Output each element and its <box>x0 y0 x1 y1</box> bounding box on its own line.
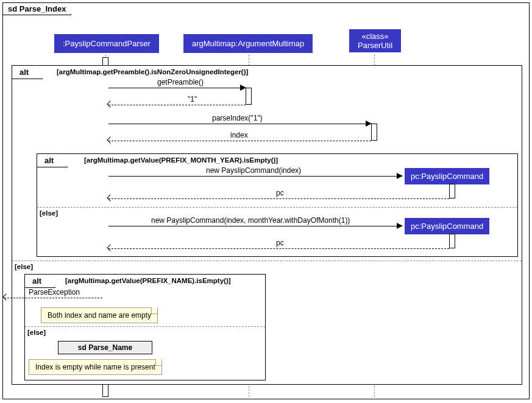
participant-util-stereotype: «class» <box>358 32 392 41</box>
message-pc2-return-label: pc <box>276 239 284 247</box>
message-pc2-return: pc <box>108 248 449 249</box>
participant-pc1: pc:PayslipCommand <box>405 168 489 184</box>
participant-util-name: ParserUtil <box>358 41 392 50</box>
message-pc1-return: pc <box>108 198 449 199</box>
message-new-pc2-label: new PayslipCommand(index, monthYear.with… <box>151 216 350 225</box>
activation-multimap-1 <box>246 88 252 105</box>
alt-guard-inner: [argMultimap.getValue(PREFIX_MONTH_YEAR)… <box>84 156 278 164</box>
else-name: [else] <box>27 329 46 336</box>
participant-multimap: argMultimap:ArgumentMultimap <box>183 34 313 53</box>
alt-label-outer: alt <box>12 65 43 79</box>
message-pc1-return-label: pc <box>276 189 284 197</box>
note-both-empty: Both index and name are empty <box>41 307 158 323</box>
activation-pc1 <box>449 184 455 198</box>
message-parseindex-return-label: index <box>230 131 248 139</box>
alt-divider-outer <box>12 261 522 261</box>
alt-divider-name <box>25 326 265 327</box>
message-new-pc1-label: new PayslipCommand(index) <box>206 166 301 175</box>
else-inner: [else] <box>40 209 58 217</box>
participant-util: «class» ParserUtil <box>349 29 401 52</box>
message-parseindex-return: index <box>108 141 371 141</box>
message-getpreamble: getPreamble() <box>108 88 246 88</box>
participant-pc2: pc:PayslipCommand <box>405 218 489 234</box>
activation-pc2 <box>449 234 455 248</box>
alt-label-inner: alt <box>37 153 68 167</box>
alt-divider-inner <box>37 207 517 208</box>
ref-parse-name: sd Parse_Name <box>58 341 152 354</box>
alt-label-name: alt <box>24 274 55 288</box>
alt-guard-outer: [argMultimap.getPreamble().isNonZeroUnsi… <box>57 68 248 75</box>
alt-guard-name: [argMultimap.getValue(PREFIX_NAME).isEmp… <box>65 277 231 284</box>
message-parseexception-label: ParseException <box>29 288 80 296</box>
ref-parse-name-label: sd Parse_Name <box>59 342 152 352</box>
note-index-empty: Index is empty while name is present <box>29 359 162 375</box>
participant-parser: :PayslipCommandParser <box>54 34 159 53</box>
message-parseindex-label: parseIndex("1") <box>212 114 263 122</box>
activation-util-1 <box>371 124 377 141</box>
message-getpreamble-return: "1" <box>108 105 246 105</box>
diagram-title: sd Parse_Index <box>2 2 71 15</box>
message-new-pc1: new PayslipCommand(index) <box>108 176 402 177</box>
message-new-pc2: new PayslipCommand(index, monthYear.with… <box>108 226 402 226</box>
message-getpreamble-return-label: "1" <box>188 95 197 103</box>
message-parseindex: parseIndex("1") <box>108 124 371 124</box>
message-getpreamble-label: getPreamble() <box>157 78 204 86</box>
message-parseexception: ParseException <box>4 298 102 298</box>
else-outer: [else] <box>15 263 33 270</box>
